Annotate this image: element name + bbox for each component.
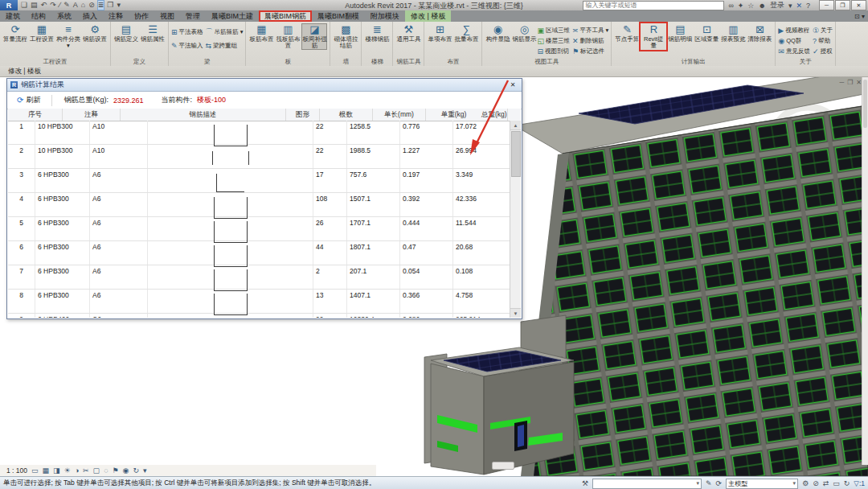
table-body[interactable]: 1 10 HPB300 A10 22 1258.5 0.776 17.072 2… (8, 121, 510, 318)
ribbon-button[interactable]: ◱楼层三维 (537, 35, 570, 46)
view-control-icon[interactable]: ▦ (43, 466, 50, 475)
vertical-scrollbar-thumb[interactable] (863, 80, 867, 128)
ribbon-tab[interactable]: 结构 (26, 10, 51, 22)
qat-icon[interactable]: ✎ (63, 1, 70, 10)
ribbon-button[interactable]: ∑批量布置 (453, 23, 479, 43)
view-control-icon[interactable]: ◌ (104, 466, 108, 475)
qat-icon[interactable]: ❐ (107, 1, 113, 10)
exchange-apps-icon[interactable]: ✦ (738, 2, 744, 10)
view-control-icon[interactable]: ◑ (75, 466, 79, 475)
ribbon-button[interactable]: ⚙钢筋设置 (82, 23, 108, 50)
table-row[interactable]: 4 6 HPB300 A6 108 1507.1 0.392 42.336 (8, 193, 510, 217)
dialog-title-bar[interactable]: R 钢筋计算结果 ✕ (7, 79, 522, 92)
status-icon[interactable]: ↻ (844, 479, 850, 487)
ribbon-button[interactable]: ✎平法输入 (171, 39, 203, 52)
ribbon-button[interactable]: ①关于 (813, 25, 833, 35)
table-row[interactable]: 9 6 HRB400 C6 99 10330.4 2.686 265.914 (8, 314, 510, 318)
ribbon-tab[interactable]: 插入 (77, 10, 103, 22)
scroll-down-icon[interactable]: ▼ (510, 308, 521, 318)
ribbon-button[interactable]: ⊡区域查量 (694, 23, 719, 50)
qat-icon[interactable]: ❏ (21, 1, 27, 10)
sign-in-label[interactable]: 登录 (770, 0, 784, 10)
ribbon-button[interactable]: ▥筏板筋布置 (275, 23, 301, 50)
revit-app-menu-button[interactable]: R (0, 0, 18, 10)
ribbon-tab[interactable]: 附加模块 (365, 10, 405, 22)
ribbon-button[interactable]: RRevit提量 (641, 23, 666, 50)
view-control-icon[interactable]: ◨ (53, 466, 60, 475)
table-header-cell[interactable]: 单长(mm) (373, 109, 426, 121)
ribbon-button[interactable]: ⊟视图剖切 (537, 46, 570, 56)
view-control-icon[interactable]: ↻ (133, 466, 139, 475)
ribbon-tab[interactable]: 管理 (180, 10, 206, 22)
ribbon-button[interactable]: ▶视频教程 (778, 25, 810, 35)
ribbon-button[interactable]: ☰钢筋属性 (140, 23, 166, 43)
view-control-icon[interactable]: ▢ (93, 466, 100, 475)
status-icon[interactable]: ⊘ (813, 479, 819, 487)
table-row[interactable]: 5 6 HPB300 A6 26 1707.1 0.444 11.544 (8, 217, 510, 241)
ribbon-button[interactable]: ≍平齐工具 ▾ (572, 25, 608, 35)
minimize-button[interactable]: ─ (819, 0, 834, 10)
ribbon-button[interactable]: ⌒吊筋箍筋 ▾ (206, 25, 244, 39)
ribbon-button[interactable]: ✕删除钢筋 (572, 35, 608, 46)
view-control-icon[interactable]: ▾ (143, 466, 147, 475)
ribbon-display-toggle[interactable]: ⊡ ▾ (854, 10, 865, 22)
table-header-cell[interactable]: 钢筋描述 (121, 109, 286, 121)
ribbon-tab[interactable]: 注释 (103, 10, 129, 22)
status-icon[interactable]: ⇄ (823, 479, 829, 487)
view-close-icon[interactable]: ✕ (856, 79, 862, 86)
a360-icon[interactable]: ✕ (796, 2, 802, 10)
close-button[interactable]: ✕ (851, 0, 866, 10)
view-control-icon[interactable]: ▭ (31, 466, 39, 475)
ribbon-tab[interactable]: 视图 (154, 10, 180, 22)
view-control-icon[interactable]: ☀ (64, 466, 71, 475)
view-control-icon[interactable]: ⚑ (112, 466, 118, 475)
drawing-area[interactable]: ─ ❐ ✕ R 钢筋计算结果 ✕ ⟳ 刷新 钢筋总重(Kg): 2329.261… (0, 77, 868, 476)
ribbon-button[interactable]: ⟳算量流程 (2, 23, 28, 50)
ribbon-button[interactable]: ✉意见反馈 (778, 46, 810, 56)
ribbon-button[interactable]: ▦板筋布置 (248, 23, 274, 50)
reload-latest-icon[interactable]: ⟳ (716, 479, 723, 487)
ribbon-button[interactable]: ≡构件分类 ▾ (55, 23, 81, 50)
vertical-scrollbar[interactable] (862, 77, 868, 465)
ribbon-button[interactable]: ▤钢筋明细 (667, 23, 693, 50)
editable-only-icon[interactable]: ✎ (706, 479, 712, 487)
ribbon-button[interactable]: ⚑标记选件 (572, 46, 608, 56)
horizontal-scrollbar-thumb[interactable] (492, 462, 514, 470)
ribbon-tab[interactable]: 晨曦BIM翻模 (312, 10, 365, 22)
favorites-star-icon[interactable]: ☆ (747, 2, 754, 10)
table-header-cell[interactable]: 注释 (63, 109, 121, 121)
worksets-icon[interactable]: ⚒ (582, 479, 588, 487)
refresh-button[interactable]: ⟳ 刷新 (12, 94, 45, 106)
view-restore-icon[interactable]: ❐ (847, 79, 853, 86)
ribbon-tab[interactable]: 系统 (51, 10, 77, 22)
selection-filter-badge[interactable]: ▽:1 (854, 479, 865, 487)
ribbon-button[interactable]: ▦工程设置 (29, 23, 55, 50)
ribbon-tab[interactable]: 建筑 (0, 10, 26, 22)
ribbon-button[interactable]: ⊞平法表格 (171, 25, 203, 39)
qat-icon[interactable]: ∕ (59, 1, 61, 10)
qat-icon[interactable]: ▾ (117, 1, 121, 10)
ribbon-button[interactable]: ◉构件显隐 (485, 23, 510, 43)
table-header-cell[interactable]: 图形 (286, 109, 320, 121)
qat-icon[interactable]: A (73, 1, 78, 10)
ribbon-button[interactable]: ⚒通用工具 (395, 23, 421, 43)
qat-icon[interactable]: ↶ (41, 1, 47, 10)
qat-icon[interactable]: ⊘ (88, 1, 95, 10)
table-header-cell[interactable]: 根数 (320, 109, 373, 121)
design-option-select[interactable]: 主模型 ▾ (726, 479, 798, 489)
qat-icon[interactable]: ⌂ (81, 1, 85, 10)
ribbon-button[interactable]: ✓授权 (813, 46, 833, 56)
search-icon[interactable]: ∞ (728, 2, 733, 10)
ribbon-button[interactable]: ⇆梁跨重组 (206, 39, 244, 52)
qat-icon[interactable]: ≣ (98, 1, 104, 10)
ribbon-tab[interactable]: 晨曦BIM土建 (206, 10, 259, 22)
help-search-input[interactable] (583, 1, 724, 10)
restore-button[interactable]: ❐ (835, 0, 850, 10)
table-row[interactable]: 8 6 HPB300 A6 13 1407.1 0.366 4.758 (8, 290, 510, 314)
ribbon-button[interactable]: ◪板间补强筋 (301, 23, 327, 50)
ribbon-button[interactable]: ◎钢筋显示 (511, 23, 537, 43)
workset-select[interactable]: ▾ (592, 479, 702, 489)
view-control-icon[interactable]: ◉ (123, 466, 129, 475)
ribbon-button[interactable]: ▣区域三维 (537, 25, 570, 35)
qat-icon[interactable]: ▤ (31, 1, 38, 10)
